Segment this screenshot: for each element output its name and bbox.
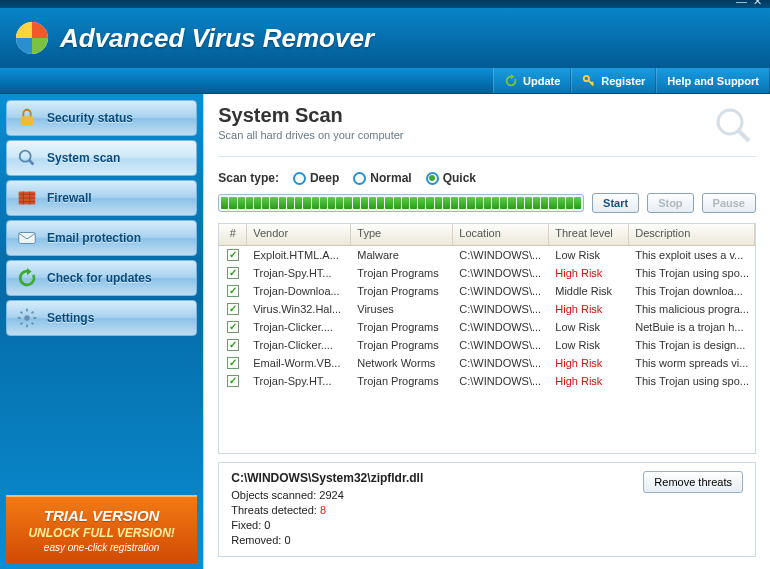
cell-type: Trojan Programs bbox=[351, 338, 453, 352]
cell-type: Trojan Programs bbox=[351, 374, 453, 388]
col-type[interactable]: Type bbox=[351, 224, 453, 245]
scan-type-normal[interactable]: Normal bbox=[353, 171, 411, 185]
scan-type-deep[interactable]: Deep bbox=[293, 171, 339, 185]
cell-type: Trojan Programs bbox=[351, 320, 453, 334]
cell-description: This Trojan downloa... bbox=[629, 284, 755, 298]
sidebar-item-check-updates[interactable]: Check for updates bbox=[6, 260, 197, 296]
sidebar-item-label: Email protection bbox=[47, 231, 141, 245]
cell-type: Viruses bbox=[351, 302, 453, 316]
col-threat[interactable]: Threat level bbox=[549, 224, 629, 245]
trial-banner[interactable]: TRIAL VERSION UNLOCK FULL VERSION! easy … bbox=[6, 495, 197, 563]
row-checkbox[interactable] bbox=[227, 303, 239, 315]
cell-vendor: Trojan-Spy.HT... bbox=[247, 266, 351, 280]
cell-location: C:\WINDOWS\... bbox=[453, 284, 549, 298]
scan-progress-bar bbox=[218, 194, 584, 212]
table-row[interactable]: Virus.Win32.Hal...VirusesC:\WINDOWS\...H… bbox=[219, 300, 755, 318]
cell-vendor: Trojan-Clicker.... bbox=[247, 338, 351, 352]
cell-location: C:\WINDOWS\... bbox=[453, 356, 549, 370]
cell-description: This Trojan using spo... bbox=[629, 374, 755, 388]
sidebar-item-system-scan[interactable]: System scan bbox=[6, 140, 197, 176]
fixed-label: Fixed: bbox=[231, 519, 264, 531]
help-button[interactable]: Help and Support bbox=[656, 68, 770, 93]
sidebar-item-security-status[interactable]: Security status bbox=[6, 100, 197, 136]
titlebar: — ✕ bbox=[0, 0, 770, 8]
sidebar-item-label: Settings bbox=[47, 311, 94, 325]
gear-icon bbox=[15, 306, 39, 330]
svg-rect-5 bbox=[19, 233, 36, 244]
register-button[interactable]: Register bbox=[571, 68, 656, 93]
cell-vendor: Exploit.HTML.A... bbox=[247, 248, 351, 262]
row-checkbox[interactable] bbox=[227, 249, 239, 261]
cell-description: This worm spreads vi... bbox=[629, 356, 755, 370]
updates-icon bbox=[15, 266, 39, 290]
row-checkbox[interactable] bbox=[227, 321, 239, 333]
cell-threat: Low Risk bbox=[549, 320, 629, 334]
threats-detected-value: 8 bbox=[320, 504, 326, 516]
current-file-path: C:\WINDOWS\System32\zipfldr.dll bbox=[231, 471, 423, 486]
cell-threat: High Risk bbox=[549, 266, 629, 280]
table-row[interactable]: Trojan-Downloa...Trojan ProgramsC:\WINDO… bbox=[219, 282, 755, 300]
cell-threat: High Risk bbox=[549, 302, 629, 316]
results-table: # Vendor Type Location Threat level Desc… bbox=[218, 223, 756, 454]
cell-vendor: Trojan-Downloa... bbox=[247, 284, 351, 298]
row-checkbox[interactable] bbox=[227, 375, 239, 387]
sidebar-item-label: Security status bbox=[47, 111, 133, 125]
scan-type-label: Scan type: bbox=[218, 171, 279, 185]
cell-type: Trojan Programs bbox=[351, 266, 453, 280]
row-checkbox[interactable] bbox=[227, 357, 239, 369]
update-button[interactable]: Update bbox=[493, 68, 571, 93]
trial-line3: easy one-click registration bbox=[12, 542, 191, 553]
cell-type: Network Worms bbox=[351, 356, 453, 370]
firewall-icon bbox=[15, 186, 39, 210]
table-row[interactable]: Trojan-Spy.HT...Trojan ProgramsC:\WINDOW… bbox=[219, 264, 755, 282]
col-checkbox[interactable]: # bbox=[219, 224, 247, 245]
update-label: Update bbox=[523, 75, 560, 87]
cell-location: C:\WINDOWS\... bbox=[453, 374, 549, 388]
svg-rect-2 bbox=[21, 116, 34, 125]
cell-location: C:\WINDOWS\... bbox=[453, 302, 549, 316]
cell-threat: Low Risk bbox=[549, 338, 629, 352]
removed-value: 0 bbox=[284, 534, 290, 546]
sidebar-item-settings[interactable]: Settings bbox=[6, 300, 197, 336]
sidebar: Security status System scan Firewall Ema… bbox=[0, 94, 203, 569]
col-description[interactable]: Description bbox=[629, 224, 755, 245]
table-row[interactable]: Trojan-Spy.HT...Trojan ProgramsC:\WINDOW… bbox=[219, 372, 755, 390]
cell-description: This exploit uses a v... bbox=[629, 248, 755, 262]
cell-location: C:\WINDOWS\... bbox=[453, 338, 549, 352]
close-button[interactable]: ✕ bbox=[753, 0, 762, 5]
row-checkbox[interactable] bbox=[227, 267, 239, 279]
app-header: Advanced Virus Remover bbox=[0, 8, 770, 68]
stop-button[interactable]: Stop bbox=[647, 193, 693, 213]
app-logo-icon bbox=[14, 20, 50, 56]
trial-line1: TRIAL VERSION bbox=[12, 507, 191, 524]
svg-point-7 bbox=[718, 110, 742, 134]
sidebar-item-firewall[interactable]: Firewall bbox=[6, 180, 197, 216]
table-row[interactable]: Trojan-Clicker....Trojan ProgramsC:\WIND… bbox=[219, 336, 755, 354]
table-row[interactable]: Email-Worm.VB...Network WormsC:\WINDOWS\… bbox=[219, 354, 755, 372]
objects-scanned-label: Objects scanned: bbox=[231, 489, 319, 501]
col-location[interactable]: Location bbox=[453, 224, 549, 245]
cell-type: Malware bbox=[351, 248, 453, 262]
remove-threats-button[interactable]: Remove threats bbox=[643, 471, 743, 493]
radio-icon bbox=[426, 172, 439, 185]
minimize-button[interactable]: — bbox=[736, 0, 747, 5]
cell-description: This Trojan using spo... bbox=[629, 266, 755, 280]
table-row[interactable]: Exploit.HTML.A...MalwareC:\WINDOWS\...Lo… bbox=[219, 246, 755, 264]
fixed-value: 0 bbox=[264, 519, 270, 531]
objects-scanned-value: 2924 bbox=[319, 489, 343, 501]
sidebar-item-label: Check for updates bbox=[47, 271, 152, 285]
radio-icon bbox=[293, 172, 306, 185]
scan-type-quick[interactable]: Quick bbox=[426, 171, 476, 185]
row-checkbox[interactable] bbox=[227, 285, 239, 297]
app-title: Advanced Virus Remover bbox=[60, 23, 374, 54]
cell-threat: Low Risk bbox=[549, 248, 629, 262]
sidebar-item-email-protection[interactable]: Email protection bbox=[6, 220, 197, 256]
start-button[interactable]: Start bbox=[592, 193, 639, 213]
pause-button[interactable]: Pause bbox=[702, 193, 756, 213]
register-label: Register bbox=[601, 75, 645, 87]
row-checkbox[interactable] bbox=[227, 339, 239, 351]
email-icon bbox=[15, 226, 39, 250]
sidebar-item-label: Firewall bbox=[47, 191, 92, 205]
table-row[interactable]: Trojan-Clicker....Trojan ProgramsC:\WIND… bbox=[219, 318, 755, 336]
col-vendor[interactable]: Vendor bbox=[247, 224, 351, 245]
